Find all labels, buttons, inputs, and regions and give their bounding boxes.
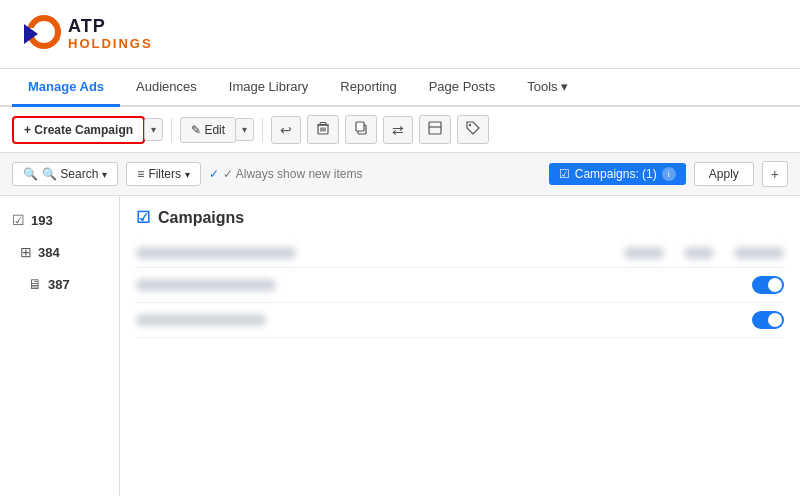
tab-reporting[interactable]: Reporting xyxy=(324,69,412,107)
section-title-label: Campaigns xyxy=(158,209,244,227)
swap-button[interactable]: ⇄ xyxy=(383,116,413,144)
row-1-text xyxy=(136,247,296,259)
edit-dropdown[interactable]: ▾ xyxy=(235,118,254,141)
logo-area: ATP HOLDINGS xyxy=(16,10,153,58)
always-show-new: ✓ ✓ Always show new items xyxy=(209,167,362,181)
logo-holdings: HOLDINGS xyxy=(68,37,153,51)
filters-dropdown-arrow: ▾ xyxy=(185,169,190,180)
section-title: ☑ Campaigns xyxy=(136,208,784,227)
tab-audiences[interactable]: Audiences xyxy=(120,69,213,107)
row-3-text xyxy=(136,314,266,326)
row-2-text xyxy=(136,279,276,291)
sidebar-item-193[interactable]: ☑ 193 xyxy=(0,204,119,236)
search-button[interactable]: 🔍 🔍 Search ▾ xyxy=(12,162,118,186)
search-label: 🔍 Search xyxy=(42,167,98,181)
always-show-check: ✓ xyxy=(209,167,219,181)
page-wrapper: ATP HOLDINGS Manage Ads Audiences Image … xyxy=(0,0,800,500)
create-campaign-button[interactable]: + Create Campaign xyxy=(12,116,145,144)
campaign-icon: ☑ xyxy=(12,212,25,228)
filter-icon: ≡ xyxy=(137,167,144,181)
apply-button[interactable]: Apply xyxy=(694,162,754,186)
row-1-col4 xyxy=(734,247,784,259)
edit-button[interactable]: ✎ ✎ EditEdit xyxy=(180,117,236,143)
add-filter-button[interactable]: + xyxy=(762,161,788,187)
sidebar: ☑ 193 ⊞ 384 🖥 387 xyxy=(0,196,120,496)
table-row xyxy=(136,268,784,303)
search-dropdown-arrow: ▾ xyxy=(102,169,107,180)
section-check-icon: ☑ xyxy=(136,208,150,227)
table-row xyxy=(136,303,784,338)
campaigns-check: ☑ xyxy=(559,167,570,181)
filters-button[interactable]: ≡ Filters ▾ xyxy=(126,162,201,186)
svg-point-13 xyxy=(469,124,471,126)
trash-icon xyxy=(316,121,330,135)
filters-label: Filters xyxy=(148,167,181,181)
main-content: ☑ 193 ⊞ 384 🖥 387 ☑ Campaigns xyxy=(0,196,800,496)
campaigns-label: Campaigns: (1) xyxy=(575,167,657,181)
undo-button[interactable]: ↩ xyxy=(271,116,301,144)
sidebar-item-387[interactable]: 🖥 387 xyxy=(0,268,119,300)
logo-icon xyxy=(16,10,64,58)
tab-image-library[interactable]: Image Library xyxy=(213,69,324,107)
sidebar-num-193: 193 xyxy=(31,213,53,228)
row-2-toggle[interactable] xyxy=(752,276,784,294)
sidebar-item-384[interactable]: ⊞ 384 xyxy=(0,236,119,268)
toolbar: + Create Campaign ▾ ✎ ✎ EditEdit ▾ ↩ ⇄ xyxy=(0,107,800,153)
row-3-toggle[interactable] xyxy=(752,311,784,329)
ad-icon: 🖥 xyxy=(28,276,42,292)
campaigns-pill: ☑ Campaigns: (1) i xyxy=(549,163,686,185)
toolbar-divider-2 xyxy=(262,118,263,142)
row-1-col2 xyxy=(624,247,664,259)
table-row xyxy=(136,239,784,268)
logo-text: ATP HOLDINGS xyxy=(68,17,153,51)
tab-page-posts[interactable]: Page Posts xyxy=(413,69,512,107)
content-area: ☑ Campaigns xyxy=(120,196,800,496)
search-icon: 🔍 xyxy=(23,167,38,181)
svg-rect-10 xyxy=(356,122,364,131)
row-1-col3 xyxy=(684,247,714,259)
delete-button[interactable] xyxy=(307,115,339,144)
layout-button[interactable] xyxy=(419,115,451,144)
logo-atp: ATP xyxy=(68,17,153,37)
tab-tools[interactable]: Tools ▾ xyxy=(511,69,584,107)
adset-icon: ⊞ xyxy=(20,244,32,260)
sidebar-num-384: 384 xyxy=(38,245,60,260)
campaigns-info-icon[interactable]: i xyxy=(662,167,676,181)
tab-manage-ads[interactable]: Manage Ads xyxy=(12,69,120,107)
layout-icon xyxy=(428,121,442,135)
copy-icon xyxy=(354,121,368,135)
header: ATP HOLDINGS xyxy=(0,0,800,69)
sidebar-num-387: 387 xyxy=(48,277,70,292)
svg-rect-11 xyxy=(429,122,441,134)
svg-rect-8 xyxy=(320,123,326,125)
tag-button[interactable] xyxy=(457,115,489,144)
toolbar-divider-1 xyxy=(171,118,172,142)
filters-bar: 🔍 🔍 Search ▾ ≡ Filters ▾ ✓ ✓ Always show… xyxy=(0,153,800,196)
tag-icon xyxy=(466,121,480,135)
create-campaign-dropdown[interactable]: ▾ xyxy=(144,118,163,141)
always-show-label: ✓ Always show new items xyxy=(223,167,362,181)
duplicate-button[interactable] xyxy=(345,115,377,144)
nav-tabs: Manage Ads Audiences Image Library Repor… xyxy=(0,69,800,107)
